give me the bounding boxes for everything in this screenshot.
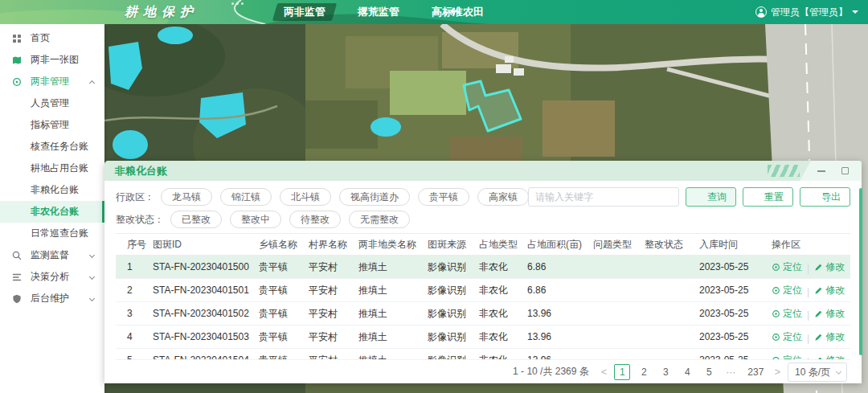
- sidebar-item-6[interactable]: 后台维护: [0, 288, 104, 309]
- table-row[interactable]: 1STA-FN-20230401500贵平镇平安村推填土影像识别非农化6.862…: [116, 256, 850, 279]
- edit-link[interactable]: 修改: [814, 284, 845, 297]
- status-pill-待整改[interactable]: 待整改: [289, 211, 341, 228]
- edit-link[interactable]: 修改: [814, 330, 845, 344]
- analysis-icon: [12, 272, 22, 282]
- reset-button[interactable]: 重置: [743, 187, 793, 207]
- sidebar-subitem-label: 指标管理: [31, 118, 69, 132]
- locate-link[interactable]: 定位: [772, 260, 802, 274]
- sidebar-item-2[interactable]: 两非一张图: [0, 49, 104, 71]
- keyword-search-input[interactable]: [528, 187, 679, 207]
- edit-link[interactable]: 修改: [814, 354, 845, 360]
- cell-date: 2023-05-25: [696, 349, 768, 360]
- edit-label: 修改: [825, 330, 845, 344]
- maximize-icon[interactable]: [841, 167, 849, 174]
- locate-link[interactable]: 定位: [772, 307, 802, 321]
- cell-no: 1: [116, 256, 149, 279]
- cell-status: [641, 349, 696, 360]
- status-pill-无需整改[interactable]: 无需整改: [349, 211, 410, 228]
- column-header: 整改状态: [641, 234, 696, 256]
- edit-label: 修改: [825, 284, 845, 297]
- sidebar-item-3[interactable]: 两非管理: [0, 71, 104, 92]
- query-button[interactable]: 查询: [686, 187, 736, 207]
- column-header: 村界名称: [305, 234, 355, 256]
- table-row[interactable]: 2STA-FN-20230401501贵平镇平安村推填土影像识别非农化6.862…: [116, 279, 850, 302]
- next-page-icon[interactable]: >: [772, 366, 782, 378]
- page-number-3[interactable]: 3: [657, 364, 674, 380]
- locate-link[interactable]: 定位: [772, 330, 802, 344]
- sidebar-subitem-label: 耕地占用台账: [31, 162, 88, 175]
- locate-icon: [772, 309, 780, 318]
- sidebar-subitem-核查任务台账[interactable]: 核查任务台账: [0, 136, 104, 158]
- panel-title: 非粮化台账: [115, 164, 167, 178]
- export-button[interactable]: 导出: [800, 187, 850, 207]
- district-pill-锦江镇[interactable]: 锦江镇: [220, 188, 272, 206]
- panel-scrollbar[interactable]: [859, 188, 862, 355]
- cell-date: 2023-05-25: [696, 302, 768, 325]
- status-pill-已整改[interactable]: 已整改: [170, 211, 222, 228]
- operation-separator: |: [807, 333, 809, 344]
- cell-issue: [590, 349, 641, 360]
- sidebar-item-4[interactable]: 监测监督: [0, 244, 104, 266]
- cell-status: [641, 256, 696, 279]
- locate-link[interactable]: 定位: [772, 354, 802, 360]
- sidebar-subitem-非农化台账[interactable]: 非农化台账: [0, 201, 104, 223]
- edit-label: 修改: [825, 307, 845, 321]
- cell-issue: [590, 302, 641, 325]
- sidebar-subitem-label: 核查任务台账: [31, 140, 88, 154]
- column-header: 两非地类名称: [355, 234, 424, 256]
- sidebar-item-1[interactable]: 首页: [0, 27, 104, 49]
- locate-link[interactable]: 定位: [772, 284, 802, 297]
- sidebar-subitem-人员管理[interactable]: 人员管理: [0, 92, 104, 114]
- cell-land: 推填土: [355, 279, 424, 302]
- sidebar-item-5[interactable]: 决策分析: [0, 266, 104, 288]
- locate-icon: [772, 333, 780, 342]
- page-size-select[interactable]: 10 条/页: [788, 362, 847, 382]
- nav-tab-1[interactable]: 两非监管: [273, 2, 336, 22]
- status-pill-整改中[interactable]: 整改中: [230, 211, 281, 228]
- user-menu[interactable]: 管理员【管理员】: [755, 0, 858, 24]
- chevron-down-icon: [836, 368, 841, 374]
- district-pill-龙马镇[interactable]: 龙马镇: [161, 188, 212, 206]
- table-row[interactable]: 3STA-FN-20230401502贵平镇平安村推填土影像识别非农化13.96…: [116, 302, 850, 325]
- page-number-4[interactable]: 4: [679, 364, 695, 380]
- sidebar-subitem-非粮化台账[interactable]: 非粮化台账: [0, 179, 104, 201]
- sidebar-subitem-日常巡查台账[interactable]: 日常巡查台账: [0, 223, 104, 244]
- sidebar-item-label: 首页: [31, 31, 50, 45]
- prev-page-icon[interactable]: <: [600, 366, 609, 378]
- cell-no: 5: [116, 349, 149, 360]
- search-icon: [695, 193, 704, 202]
- edit-label: 修改: [825, 260, 845, 274]
- edit-icon: [814, 309, 823, 318]
- cell-issue: [590, 279, 641, 302]
- target-icon: [12, 77, 22, 87]
- table-row[interactable]: 5STA-FN-20230401504贵平镇平安村推填土影像识别非农化13.96…: [116, 349, 850, 360]
- cell-town: 贵平镇: [256, 256, 305, 279]
- cell-town: 贵平镇: [256, 302, 305, 325]
- district-pill-北斗镇[interactable]: 北斗镇: [280, 188, 331, 206]
- page-number-1[interactable]: 1: [614, 364, 630, 380]
- district-pill-贵平镇[interactable]: 贵平镇: [418, 188, 469, 206]
- cell-id: STA-FN-20230401503: [149, 325, 256, 349]
- district-pill-视高街道办[interactable]: 视高街道办: [339, 188, 410, 206]
- cell-area: 6.86: [524, 256, 590, 279]
- edit-link[interactable]: 修改: [814, 307, 845, 321]
- column-header: 图斑来源: [424, 234, 476, 256]
- nav-tab-2[interactable]: 撂荒监管: [347, 2, 410, 22]
- table-row[interactable]: 4STA-FN-20230401503贵平镇平安村推填土影像识别非农化13.96…: [116, 325, 850, 349]
- sidebar-subitem-label: 非农化台账: [31, 205, 79, 219]
- column-header: 序号: [116, 234, 149, 256]
- cell-occ: 非农化: [476, 256, 524, 279]
- sidebar-item-label: 决策分析: [31, 270, 69, 284]
- sidebar-subitem-指标管理[interactable]: 指标管理: [0, 114, 104, 136]
- operation-separator: |: [807, 356, 809, 360]
- chevron-down-icon: [89, 296, 95, 301]
- minimize-icon[interactable]: [817, 170, 825, 172]
- page-number-5[interactable]: 5: [701, 364, 717, 380]
- edit-link[interactable]: 修改: [814, 260, 845, 274]
- page-number-237[interactable]: 237: [744, 364, 767, 380]
- page-number-2[interactable]: 2: [636, 364, 652, 380]
- sidebar-subitem-耕地占用台账[interactable]: 耕地占用台账: [0, 158, 104, 179]
- cell-source: 影像识别: [424, 325, 476, 349]
- district-pill-高家镇[interactable]: 高家镇: [477, 188, 529, 206]
- locate-label: 定位: [783, 260, 802, 274]
